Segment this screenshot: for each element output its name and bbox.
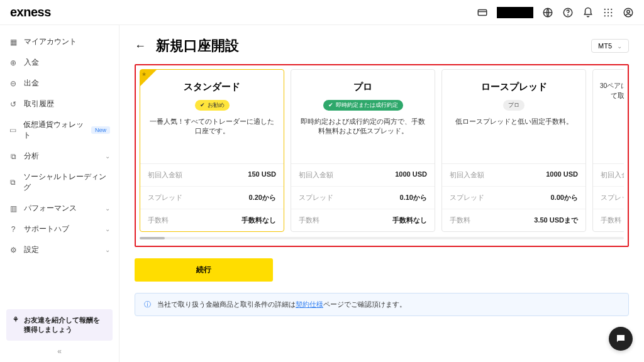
chevron-down-icon: ⌄ [105, 226, 110, 233]
sidebar-item-history[interactable]: ↺取引履歴 [0, 94, 119, 114]
sidebar-item-withdraw[interactable]: ⊖出金 [0, 73, 119, 94]
main: ← 新規口座開設 MT5 ⌄ スタンダード ✔ お勧め 一番人気！すべてのトレー… [119, 25, 644, 362]
referral-promo[interactable]: ⚘ お友達を紹介して報酬を獲得しましょう [6, 309, 113, 341]
star-icon [140, 70, 157, 86]
sidebar-item-crypto[interactable]: ▭仮想通貨ウォレットNew [0, 114, 119, 146]
card-name: プロ [299, 81, 427, 93]
sidebar-item-label: 出金 [24, 78, 39, 89]
sidebar-item-support[interactable]: ?サポートハブ⌄ [0, 219, 119, 239]
svg-point-11 [608, 15, 609, 16]
bell-icon[interactable] [582, 7, 594, 18]
wallet-icon[interactable] [477, 7, 488, 18]
card-row: スプレッド0.00から [442, 187, 586, 209]
card-row: スプレッド0.10から [291, 187, 435, 209]
chevron-down-icon: ⌄ [105, 246, 110, 253]
card-desc: 30ペアにおいて取引 [597, 81, 624, 101]
card-row: 手数料 [593, 209, 624, 231]
svg-point-10 [604, 15, 606, 16]
card-row: スプレッド0.20から [140, 187, 284, 209]
globe-icon[interactable] [542, 7, 553, 18]
scroll-indicator[interactable] [140, 237, 624, 239]
card-row: 初回入金額 [593, 164, 624, 187]
sidebar-item-label: パフォーマンス [24, 203, 77, 214]
badge-new: New [91, 126, 110, 134]
info-bar: ⓘ 当社で取り扱う金融商品と取引条件の詳細は契約仕様ページでご確認頂けます。 [135, 293, 629, 316]
help-icon: ? [9, 225, 18, 234]
svg-point-5 [608, 8, 609, 9]
chat-button[interactable] [609, 327, 633, 351]
sidebar-item-settings[interactable]: ⚙設定⌄ [0, 239, 119, 260]
grid-icon: ▦ [9, 38, 18, 47]
card-row: 手数料3.50 USDまで [442, 209, 586, 231]
svg-point-8 [608, 11, 609, 13]
tag-execution: ✔ 即時約定または成行約定 [323, 100, 403, 111]
back-icon[interactable]: ← [135, 40, 146, 53]
info-text: 当社で取り扱う金融商品と取引条件の詳細は契約仕様ページでご確認頂けます。 [157, 300, 406, 309]
svg-rect-0 [478, 9, 487, 15]
card-row: スプレッド [593, 187, 624, 209]
card-name: ロースプレッド [450, 81, 578, 93]
chevron-down-icon: ⌄ [105, 153, 110, 160]
account-id-mask [497, 7, 533, 18]
collapse-sidebar[interactable]: « [0, 347, 119, 356]
card-row: 初回入金額1000 USD [442, 164, 586, 187]
sidebar-item-social[interactable]: ⧉ソーシャルトレーディング [0, 167, 119, 198]
highlight-box: スタンダード ✔ お勧め 一番人気！すべてのトレーダーに適した口座です。 初回入… [135, 64, 629, 247]
sidebar-item-label: 入金 [24, 57, 39, 68]
continue-button[interactable]: 続行 [135, 258, 273, 282]
card-row: 手数料手数料なし [140, 209, 284, 231]
top-icons [477, 7, 634, 18]
apps-icon[interactable] [602, 7, 614, 18]
help-icon[interactable] [562, 7, 574, 18]
sidebar-item-label: ソーシャルトレーディング [23, 172, 110, 193]
sidebar-item-analytics[interactable]: ⧉分析⌄ [0, 146, 119, 167]
sidebar-item-label: 取引履歴 [24, 99, 54, 109]
topbar: exness [0, 0, 644, 25]
svg-point-7 [604, 11, 606, 13]
sidebar-item-account[interactable]: ▦マイアカウント [0, 31, 119, 52]
sidebar: ▦マイアカウント ⊕入金 ⊖出金 ↺取引履歴 ▭仮想通貨ウォレットNew ⧉分析… [0, 25, 119, 362]
history-icon: ↺ [9, 100, 18, 109]
sidebar-item-performance[interactable]: ▥パフォーマンス⌄ [0, 198, 119, 219]
bars-icon: ▥ [9, 204, 18, 213]
users-icon: ⚘ [13, 315, 19, 324]
sidebar-item-label: マイアカウント [24, 36, 77, 47]
sidebar-item-label: 設定 [24, 244, 39, 255]
card-raw-spread[interactable]: ロースプレッド プロ 低ロースプレッドと低い固定手数料。 初回入金額1000 U… [441, 69, 586, 232]
card-desc: 即時約定および成行約定の両方で、手数料無料および低スプレッド。 [299, 117, 427, 137]
info-link[interactable]: 契約仕様 [296, 300, 323, 308]
card-partial[interactable]: 30ペアにおいて取引 初回入金額 スプレッド 手数料 [592, 69, 624, 232]
page-head: ← 新規口座開設 MT5 ⌄ [135, 36, 629, 55]
card-desc: 低ロースプレッドと低い固定手数料。 [450, 117, 578, 127]
platform-selector[interactable]: MT5 ⌄ [591, 39, 629, 53]
page-title: 新規口座開設 [156, 36, 239, 55]
svg-point-6 [611, 8, 612, 9]
nav: ▦マイアカウント ⊕入金 ⊖出金 ↺取引履歴 ▭仮想通貨ウォレットNew ⧉分析… [0, 31, 119, 260]
arrow-circle-icon: ⊖ [9, 79, 18, 88]
svg-point-9 [611, 11, 612, 13]
svg-point-4 [604, 8, 606, 9]
sidebar-item-deposit[interactable]: ⊕入金 [0, 52, 119, 73]
svg-point-12 [611, 15, 612, 16]
chevron-down-icon: ⌄ [105, 205, 110, 212]
account-cards: スタンダード ✔ お勧め 一番人気！すべてのトレーダーに適した口座です。 初回入… [140, 69, 624, 232]
svg-point-14 [627, 10, 630, 13]
tag-recommended: ✔ お勧め [195, 100, 230, 111]
card-pro[interactable]: プロ ✔ 即時約定または成行約定 即時約定および成行約定の両方で、手数料無料およ… [291, 69, 435, 232]
wallet-icon: ▭ [9, 126, 17, 134]
sidebar-item-label: サポートハブ [24, 224, 69, 234]
card-desc: 一番人気！すべてのトレーダーに適した口座です。 [148, 117, 276, 137]
card-row: 手数料手数料なし [291, 209, 435, 231]
card-standard[interactable]: スタンダード ✔ お勧め 一番人気！すべてのトレーダーに適した口座です。 初回入… [140, 69, 284, 232]
chart-icon: ⧉ [9, 152, 18, 161]
card-row: 初回入金額1000 USD [291, 164, 435, 187]
social-icon: ⧉ [9, 178, 17, 187]
platform-label: MT5 [598, 42, 612, 50]
svg-point-3 [568, 14, 569, 15]
svg-rect-15 [618, 337, 623, 337]
plus-circle-icon: ⊕ [9, 58, 18, 67]
svg-rect-16 [618, 338, 621, 339]
chevron-down-icon: ⌄ [617, 43, 622, 50]
user-icon[interactable] [623, 7, 634, 18]
sidebar-item-label: 仮想通貨ウォレット [23, 119, 85, 141]
